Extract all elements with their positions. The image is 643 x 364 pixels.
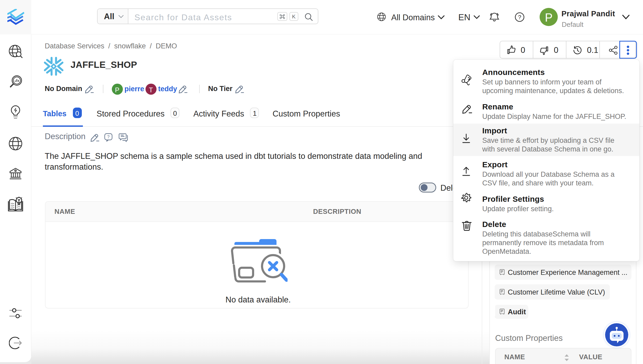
svg-text:?: ? <box>518 14 521 21</box>
svg-text:?: ? <box>107 135 110 139</box>
